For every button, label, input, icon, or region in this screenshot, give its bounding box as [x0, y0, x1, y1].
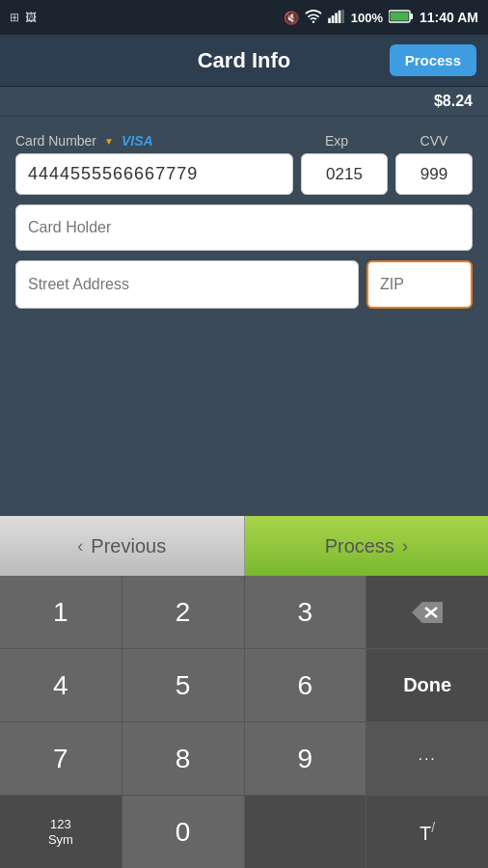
svg-rect-6: [410, 14, 413, 19]
mute-icon: 🔇: [284, 11, 299, 25]
image-icon: 🖼: [25, 11, 37, 24]
next-chevron-icon: ›: [402, 536, 408, 556]
status-bar: ⊞ 🖼 🔇 100% 11:40 AM: [0, 0, 488, 35]
field-labels-row: Card Number ▼ VISA Exp CVV: [15, 132, 473, 149]
process-nav-button[interactable]: Process ›: [245, 516, 489, 576]
key-8[interactable]: 8: [122, 722, 244, 795]
header-process-button[interactable]: Process: [390, 44, 476, 76]
street-input[interactable]: [15, 260, 359, 309]
battery-percent: 100%: [351, 11, 383, 25]
key-dots: ···: [366, 722, 488, 795]
previous-label: Previous: [91, 535, 166, 557]
main-content: $8.24 Card Number ▼ VISA Exp CVV: [0, 87, 488, 868]
cardholder-input[interactable]: [15, 204, 473, 251]
previous-button[interactable]: ‹ Previous: [0, 516, 245, 576]
wifi-icon: [305, 10, 322, 26]
key-3[interactable]: 3: [245, 576, 366, 648]
page-title: Card Info: [198, 48, 291, 73]
numeric-keyboard: 1 2 3 4 5 6 Done 7 8 9 ··· 123Sym 0 T/: [0, 576, 488, 868]
key-9[interactable]: 9: [245, 722, 366, 795]
process-nav-label: Process: [325, 535, 394, 557]
key-7[interactable]: 7: [0, 722, 122, 795]
card-number-input[interactable]: [15, 153, 293, 195]
cvv-label: CVV: [420, 133, 448, 149]
card-number-label: Card Number: [15, 133, 96, 149]
prev-chevron-icon: ‹: [77, 536, 83, 556]
visa-label: VISA: [122, 133, 153, 149]
form-spacer: [0, 328, 488, 516]
exp-input[interactable]: [301, 153, 388, 195]
key-empty: [245, 796, 366, 868]
key-5[interactable]: 5: [122, 649, 244, 721]
address-row: [15, 260, 473, 309]
svg-rect-2: [335, 13, 338, 23]
amount-value: $8.24: [434, 93, 473, 109]
zip-input[interactable]: [366, 260, 473, 309]
svg-rect-1: [332, 15, 335, 23]
key-backspace[interactable]: [366, 576, 488, 648]
key-0[interactable]: 0: [122, 796, 244, 868]
amount-bar: $8.24: [0, 87, 488, 117]
visa-chevron: ▼: [104, 136, 114, 147]
cvv-input[interactable]: [395, 153, 473, 195]
status-right: 🔇 100% 11:40 AM: [284, 10, 478, 26]
exp-label: Exp: [325, 133, 348, 149]
svg-rect-4: [341, 10, 344, 23]
key-sym[interactable]: 123Sym: [0, 796, 122, 868]
svg-rect-0: [328, 17, 331, 22]
time-display: 11:40 AM: [420, 10, 478, 25]
status-icons: ⊞ 🖼: [10, 11, 37, 24]
key-done[interactable]: Done: [366, 649, 488, 721]
key-1[interactable]: 1: [0, 576, 122, 648]
svg-rect-7: [391, 12, 409, 20]
battery-icon: [389, 10, 414, 26]
key-2[interactable]: 2: [122, 576, 244, 648]
key-4[interactable]: 4: [0, 649, 122, 721]
header: Card Info Process: [0, 35, 488, 87]
svg-marker-8: [412, 602, 443, 623]
key-type[interactable]: T/: [366, 796, 488, 868]
nav-buttons: ‹ Previous Process ›: [0, 516, 488, 576]
form-area: Card Number ▼ VISA Exp CVV: [0, 117, 488, 328]
type-icon: T/: [420, 820, 435, 845]
notification-icon: ⊞: [10, 11, 19, 24]
svg-rect-3: [339, 10, 341, 22]
key-6[interactable]: 6: [245, 649, 366, 721]
signal-icon: [328, 10, 345, 26]
card-fields-row: [15, 153, 473, 195]
